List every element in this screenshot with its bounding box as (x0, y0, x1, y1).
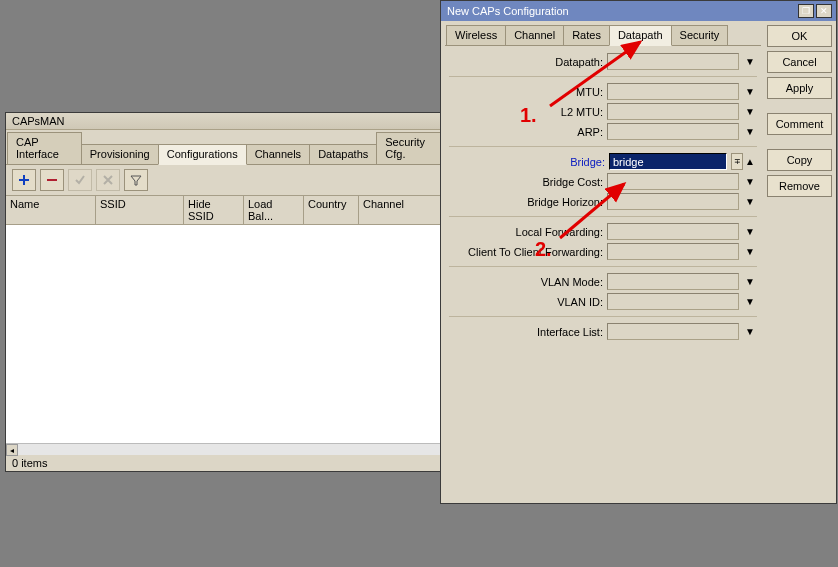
close-icon[interactable]: ✕ (816, 4, 832, 18)
chevron-down-icon[interactable]: ▼ (743, 326, 757, 337)
label-vlan-id: VLAN ID: (557, 296, 603, 308)
table-header: Name SSID Hide SSID Load Bal... Country … (6, 195, 472, 225)
label-mtu: MTU: (576, 86, 603, 98)
dialog-tabs: Wireless Channel Rates Datapath Security (445, 23, 761, 46)
dlg-tab-security[interactable]: Security (671, 25, 729, 45)
label-interface-list: Interface List: (537, 326, 603, 338)
ok-button[interactable]: OK (767, 25, 832, 47)
dlg-tab-datapath[interactable]: Datapath (609, 25, 672, 46)
field-c2c-forwarding[interactable] (607, 243, 739, 260)
field-vlan-id[interactable] (607, 293, 739, 310)
tab-cap-interface[interactable]: CAP Interface (7, 132, 82, 164)
field-interface-list[interactable] (607, 323, 739, 340)
col-hide-ssid[interactable]: Hide SSID (184, 196, 244, 224)
chevron-up-icon[interactable]: ▲ (743, 156, 757, 167)
field-arp[interactable] (607, 123, 739, 140)
apply-button[interactable]: Apply (767, 77, 832, 99)
tab-provisioning[interactable]: Provisioning (81, 144, 159, 164)
toolbar (6, 165, 472, 195)
chevron-down-icon[interactable]: ▼ (743, 126, 757, 137)
new-caps-configuration-dialog: New CAPs Configuration ❐ ✕ Wireless Chan… (440, 0, 837, 504)
cross-button[interactable] (96, 169, 120, 191)
dialog-title-buttons: ❐ ✕ (798, 4, 832, 18)
copy-button[interactable]: Copy (767, 149, 832, 171)
capsman-titlebar[interactable]: CAPsMAN (6, 113, 472, 130)
field-local-forwarding[interactable] (607, 223, 739, 240)
chevron-down-icon[interactable]: ▼ (743, 176, 757, 187)
scroll-left-icon[interactable]: ◂ (6, 444, 18, 456)
chevron-down-icon[interactable]: ▼ (743, 226, 757, 237)
dlg-tab-wireless[interactable]: Wireless (446, 25, 506, 45)
dlg-tab-rates[interactable]: Rates (563, 25, 610, 45)
chevron-down-icon[interactable]: ▼ (743, 196, 757, 207)
tab-configurations[interactable]: Configurations (158, 144, 247, 165)
field-vlan-mode[interactable] (607, 273, 739, 290)
dialog-title: New CAPs Configuration (447, 5, 569, 17)
col-load-balance[interactable]: Load Bal... (244, 196, 304, 224)
label-arp: ARP: (577, 126, 603, 138)
remove-button[interactable] (40, 169, 64, 191)
col-name[interactable]: Name (6, 196, 96, 224)
chevron-down-icon[interactable]: ▼ (743, 106, 757, 117)
restore-icon[interactable]: ❐ (798, 4, 814, 18)
label-bridge-cost: Bridge Cost: (542, 176, 603, 188)
label-bridge: Bridge: (570, 156, 605, 168)
tab-channels[interactable]: Channels (246, 144, 310, 164)
chevron-down-icon[interactable]: ▼ (743, 296, 757, 307)
tab-datapaths[interactable]: Datapaths (309, 144, 377, 164)
field-bridge[interactable]: bridge (609, 153, 727, 170)
dialog-buttons: OK Cancel Apply Comment Copy Remove (767, 23, 832, 197)
add-button[interactable] (12, 169, 36, 191)
tab-security-cfg[interactable]: Security Cfg. (376, 132, 446, 164)
status-text: 0 items (12, 457, 47, 469)
dropdown-handle-icon[interactable]: ∓ (731, 153, 743, 170)
field-mtu[interactable] (607, 83, 739, 100)
col-channel[interactable]: Channel (359, 196, 419, 224)
col-ssid[interactable]: SSID (96, 196, 184, 224)
dlg-tab-channel[interactable]: Channel (505, 25, 564, 45)
label-l2mtu: L2 MTU: (561, 106, 603, 118)
dialog-form: Datapath: ▼ MTU: ▼ L2 MTU: ▼ ARP: (445, 46, 761, 340)
field-bridge-value: bridge (613, 156, 644, 168)
label-bridge-horizon: Bridge Horizon: (527, 196, 603, 208)
tick-button[interactable] (68, 169, 92, 191)
col-country[interactable]: Country (304, 196, 359, 224)
remove-button[interactable]: Remove (767, 175, 832, 197)
label-c2c-forwarding: Client To Client Forwarding: (468, 246, 603, 258)
field-datapath[interactable] (607, 53, 739, 70)
chevron-down-icon[interactable]: ▼ (743, 86, 757, 97)
statusbar: 0 items (6, 455, 472, 471)
capsman-tabs: CAP Interface Provisioning Configuration… (6, 130, 472, 165)
label-vlan-mode: VLAN Mode: (541, 276, 603, 288)
chevron-down-icon[interactable]: ▼ (743, 56, 757, 67)
field-bridge-cost[interactable] (607, 173, 739, 190)
field-bridge-horizon[interactable] (607, 193, 739, 210)
chevron-down-icon[interactable]: ▼ (743, 246, 757, 257)
chevron-down-icon[interactable]: ▼ (743, 276, 757, 287)
comment-button[interactable]: Comment (767, 113, 832, 135)
capsman-window: CAPsMAN CAP Interface Provisioning Confi… (5, 112, 473, 472)
label-datapath: Datapath: (555, 56, 603, 68)
filter-button[interactable] (124, 169, 148, 191)
dialog-titlebar[interactable]: New CAPs Configuration ❐ ✕ (441, 1, 836, 21)
field-l2mtu[interactable] (607, 103, 739, 120)
capsman-title: CAPsMAN (12, 115, 65, 127)
horizontal-scrollbar[interactable]: ◂ (6, 443, 472, 455)
table-body[interactable] (6, 225, 472, 443)
label-local-forwarding: Local Forwarding: (516, 226, 603, 238)
cancel-button[interactable]: Cancel (767, 51, 832, 73)
